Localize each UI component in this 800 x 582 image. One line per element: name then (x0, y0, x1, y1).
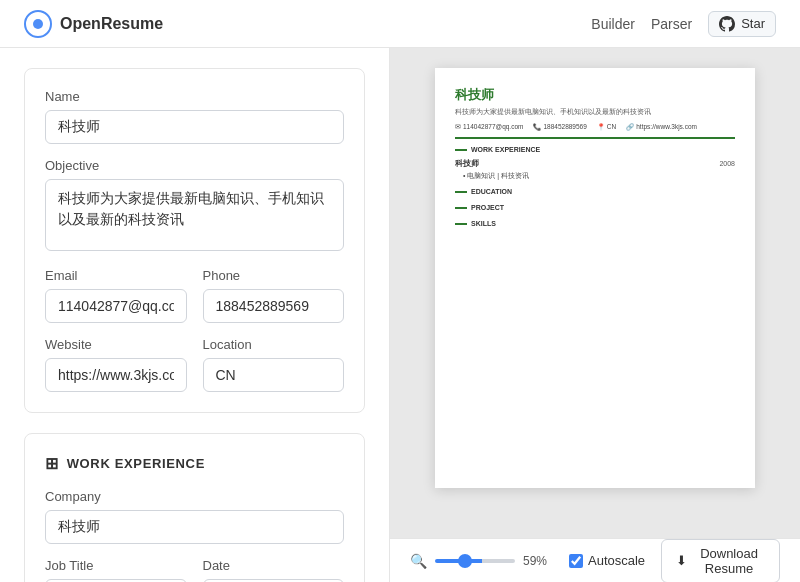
objective-field-group: Objective 科技师为大家提供最新电脑知识、手机知识以及最新的科技资讯 (45, 158, 344, 254)
right-panel: 科技师 科技师为大家提供最新电脑知识、手机知识以及最新的科技资讯 ✉ 11404… (390, 48, 800, 582)
download-label: Download Resume (693, 546, 765, 576)
github-icon (719, 16, 735, 32)
email-input[interactable] (45, 289, 187, 323)
phone-icon: 📞 (533, 122, 541, 131)
location-input[interactable] (203, 358, 345, 392)
resume-project-section: PROJECT (455, 203, 735, 213)
green-dash-project (455, 207, 467, 209)
nav-parser[interactable]: Parser (651, 16, 692, 32)
resume-website: 🔗 https://www.3kjs.com (626, 122, 697, 131)
phone-field-group: Phone (203, 268, 345, 323)
svg-point-1 (33, 19, 43, 29)
resume-paper: 科技师 科技师为大家提供最新电脑知识、手机知识以及最新的科技资讯 ✉ 11404… (435, 68, 755, 488)
star-label: Star (741, 16, 765, 31)
company-input[interactable] (45, 510, 344, 544)
resume-email: ✉ 114042877@qq.com (455, 122, 523, 131)
jobtitle-date-row: Job Title Date (45, 558, 344, 582)
company-label: Company (45, 489, 344, 504)
date-label: Date (203, 558, 345, 573)
resume-job-date: 2008 (719, 159, 735, 170)
personal-section: Name Objective 科技师为大家提供最新电脑知识、手机知识以及最新的科… (24, 68, 365, 413)
website-location-row: Website Location (45, 337, 344, 392)
company-field-group: Company (45, 489, 344, 544)
resume-job-title: 科技师 (455, 159, 479, 170)
autoscale-checkbox[interactable] (569, 554, 583, 568)
work-section-title: ⊞ WORK EXPERIENCE (45, 454, 344, 473)
jobtitle-label: Job Title (45, 558, 187, 573)
resume-phone: 📞 188452889569 (533, 122, 586, 131)
website-label: Website (45, 337, 187, 352)
name-label: Name (45, 89, 344, 104)
download-resume-button[interactable]: ⬇ Download Resume (661, 539, 780, 583)
green-dash-skills (455, 223, 467, 225)
location-field-group: Location (203, 337, 345, 392)
resume-location: 📍 CN (597, 122, 616, 131)
resume-preview-wrapper: 科技师 科技师为大家提供最新电脑知识、手机知识以及最新的科技资讯 ✉ 11404… (390, 48, 800, 538)
autoscale-label: Autoscale (588, 553, 645, 568)
name-input[interactable] (45, 110, 344, 144)
website-input[interactable] (45, 358, 187, 392)
header-nav: Builder Parser Star (591, 11, 776, 37)
star-button[interactable]: Star (708, 11, 776, 37)
header: OpenResume Builder Parser Star (0, 0, 800, 48)
logo-text: OpenResume (60, 15, 163, 33)
location-icon: 📍 (597, 122, 605, 131)
email-icon: ✉ (455, 122, 461, 131)
search-icon: 🔍 (410, 553, 427, 569)
email-phone-row: Email Phone (45, 268, 344, 323)
download-icon: ⬇ (676, 553, 687, 568)
location-label: Location (203, 337, 345, 352)
green-dash-edu (455, 191, 467, 193)
green-dash-work (455, 149, 467, 151)
website-field-group: Website (45, 337, 187, 392)
resume-objective: 科技师为大家提供最新电脑知识、手机知识以及最新的科技资讯 (455, 107, 735, 117)
email-field-group: Email (45, 268, 187, 323)
work-icon: ⊞ (45, 454, 59, 473)
phone-label: Phone (203, 268, 345, 283)
website-icon: 🔗 (626, 122, 634, 131)
nav-builder[interactable]: Builder (591, 16, 635, 32)
objective-label: Objective (45, 158, 344, 173)
resume-divider (455, 137, 735, 139)
resume-edu-title: EDUCATION (455, 187, 735, 197)
jobtitle-field-group: Job Title (45, 558, 187, 582)
name-field-group: Name (45, 89, 344, 144)
logo-icon (24, 10, 52, 38)
resume-name: 科技师 (455, 86, 735, 104)
email-label: Email (45, 268, 187, 283)
main-layout: Name Objective 科技师为大家提供最新电脑知识、手机知识以及最新的科… (0, 48, 800, 582)
resume-job-row: 科技师 2008 (455, 159, 735, 170)
resume-job-bullet: • 电脑知识 | 科技资讯 (463, 171, 735, 181)
resume-work-title: WORK EXPERIENCE (455, 145, 735, 155)
zoom-area: 🔍 59% (410, 553, 553, 569)
zoom-slider[interactable] (435, 559, 515, 563)
resume-contact-row: ✉ 114042877@qq.com 📞 188452889569 📍 CN 🔗… (455, 122, 735, 131)
bottom-bar: 🔍 59% Autoscale ⬇ Download Resume (390, 538, 800, 582)
resume-project-title: PROJECT (455, 203, 735, 213)
phone-input[interactable] (203, 289, 345, 323)
zoom-percentage: 59% (523, 554, 553, 568)
left-panel: Name Objective 科技师为大家提供最新电脑知识、手机知识以及最新的科… (0, 48, 390, 582)
logo: OpenResume (24, 10, 163, 38)
resume-skills-section: SKILLS (455, 219, 735, 229)
objective-input[interactable]: 科技师为大家提供最新电脑知识、手机知识以及最新的科技资讯 (45, 179, 344, 251)
date-field-group: Date (203, 558, 345, 582)
resume-edu-section: EDUCATION (455, 187, 735, 197)
autoscale-area: Autoscale (569, 553, 645, 568)
work-section: ⊞ WORK EXPERIENCE Company Job Title Date… (24, 433, 365, 582)
resume-skills-title: SKILLS (455, 219, 735, 229)
work-title-text: WORK EXPERIENCE (67, 456, 205, 471)
